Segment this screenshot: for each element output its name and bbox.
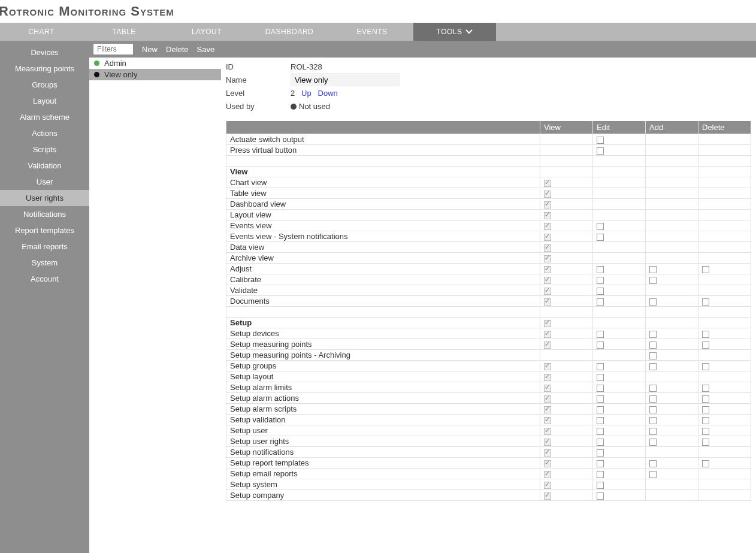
checkbox-delete[interactable]: [702, 331, 709, 338]
checkbox-edit[interactable]: [597, 342, 604, 349]
checkbox-add[interactable]: [649, 342, 657, 349]
checkbox-view: [544, 320, 551, 327]
sidebar-item-devices[interactable]: Devices: [0, 44, 89, 61]
checkbox-add[interactable]: [649, 428, 657, 435]
checkbox-delete[interactable]: [702, 417, 709, 424]
checkbox-add[interactable]: [649, 363, 657, 370]
checkbox-edit[interactable]: [597, 137, 604, 144]
level-down-link[interactable]: Down: [318, 89, 338, 98]
checkbox-view: [544, 385, 551, 392]
checkbox-edit[interactable]: [597, 492, 604, 500]
sidebar-item-notifications[interactable]: Notifications: [0, 206, 89, 222]
checkbox-delete[interactable]: [702, 385, 709, 392]
checkbox-add[interactable]: [649, 352, 657, 359]
checkbox-edit[interactable]: [597, 374, 604, 381]
checkbox-delete[interactable]: [702, 428, 709, 435]
sidebar-item-layout[interactable]: Layout: [0, 93, 89, 109]
checkbox-edit[interactable]: [597, 395, 604, 403]
checkbox-add[interactable]: [649, 385, 657, 392]
permission-label: Setup email reports: [226, 469, 540, 479]
checkbox-add[interactable]: [649, 471, 657, 478]
checkbox-add[interactable]: [649, 417, 657, 424]
sidebar-item-groups[interactable]: Groups: [0, 77, 89, 93]
new-button[interactable]: New: [142, 45, 158, 54]
delete-button[interactable]: Delete: [166, 45, 189, 54]
table-row: Adjust: [226, 264, 751, 274]
checkbox-delete[interactable]: [702, 439, 709, 446]
checkbox-view: [544, 460, 551, 467]
table-row: Dashboard view: [226, 199, 751, 210]
filters-input[interactable]: [93, 43, 134, 55]
status-dot-icon: [94, 72, 99, 77]
checkbox-view: [544, 417, 551, 424]
checkbox-view: [544, 212, 551, 219]
checkbox-edit[interactable]: [597, 331, 604, 338]
checkbox-edit[interactable]: [597, 471, 604, 478]
permission-label: Dashboard view: [226, 199, 540, 210]
table-row: [226, 307, 751, 318]
checkbox-delete[interactable]: [702, 298, 709, 306]
permission-label: Data view: [226, 242, 540, 253]
permission-label: Table view: [226, 188, 540, 199]
checkbox-edit[interactable]: [597, 460, 604, 467]
checkbox-add[interactable]: [649, 395, 657, 403]
checkbox-edit[interactable]: [597, 482, 604, 489]
checkbox-add[interactable]: [649, 266, 657, 273]
checkbox-edit[interactable]: [597, 439, 604, 446]
checkbox-edit[interactable]: [597, 385, 604, 392]
checkbox-delete[interactable]: [702, 395, 709, 403]
topnav-item-events[interactable]: EVENTS: [331, 23, 413, 41]
save-button[interactable]: Save: [197, 45, 215, 54]
topnav-item-layout[interactable]: LAYOUT: [165, 23, 248, 41]
name-input[interactable]: [291, 73, 400, 86]
checkbox-delete[interactable]: [702, 342, 709, 349]
role-item-view-only[interactable]: View only: [89, 69, 221, 80]
sidebar-item-report-templates[interactable]: Report templates: [0, 222, 89, 238]
checkbox-add[interactable]: [649, 406, 657, 413]
checkbox-add[interactable]: [649, 331, 657, 338]
topnav-item-table[interactable]: TABLE: [83, 23, 165, 41]
sidebar: DevicesMeasuring pointsGroupsLayoutAlarm…: [0, 41, 89, 553]
topnav-item-chart[interactable]: CHART: [0, 23, 83, 41]
topnav-item-dashboard[interactable]: DASHBOARD: [248, 23, 331, 41]
sidebar-item-validation[interactable]: Validation: [0, 158, 89, 174]
sidebar-item-actions[interactable]: Actions: [0, 125, 89, 141]
sidebar-item-account[interactable]: Account: [0, 271, 89, 287]
table-row: Data view: [226, 242, 751, 253]
checkbox-edit[interactable]: [597, 298, 604, 306]
sidebar-item-email-reports[interactable]: Email reports: [0, 238, 89, 255]
checkbox-edit[interactable]: [597, 288, 604, 295]
checkbox-delete[interactable]: [702, 266, 709, 273]
topnav-item-tools[interactable]: TOOLS: [413, 23, 496, 41]
details-panel: ID ROL-328 Name Level 2 Up Down U: [221, 58, 756, 553]
checkbox-delete[interactable]: [702, 363, 709, 370]
checkbox-edit[interactable]: [597, 449, 604, 457]
checkbox-edit[interactable]: [597, 406, 604, 413]
role-item-admin[interactable]: Admin: [89, 58, 221, 69]
checkbox-edit[interactable]: [597, 234, 604, 241]
checkbox-edit[interactable]: [597, 277, 604, 284]
permission-label: Setup validation: [226, 415, 540, 425]
checkbox-add[interactable]: [649, 298, 657, 306]
checkbox-edit[interactable]: [597, 266, 604, 273]
checkbox-edit[interactable]: [597, 147, 604, 155]
permission-label: Setup alarm actions: [226, 393, 540, 404]
table-row: Press virtual button: [226, 145, 751, 156]
sidebar-item-system[interactable]: System: [0, 255, 89, 271]
checkbox-add[interactable]: [649, 460, 657, 467]
status-dot-icon: [94, 61, 99, 66]
sidebar-item-user[interactable]: User: [0, 174, 89, 190]
level-up-link[interactable]: Up: [301, 89, 312, 98]
sidebar-item-scripts[interactable]: Scripts: [0, 141, 89, 158]
checkbox-edit[interactable]: [597, 428, 604, 435]
checkbox-delete[interactable]: [702, 406, 709, 413]
checkbox-delete[interactable]: [702, 460, 709, 467]
checkbox-edit[interactable]: [597, 223, 604, 230]
checkbox-add[interactable]: [649, 439, 657, 446]
sidebar-item-alarm-scheme[interactable]: Alarm scheme: [0, 109, 89, 125]
checkbox-edit[interactable]: [597, 363, 604, 370]
sidebar-item-user-rights[interactable]: User rights: [0, 190, 89, 206]
checkbox-edit[interactable]: [597, 417, 604, 424]
sidebar-item-measuring-points[interactable]: Measuring points: [0, 61, 89, 77]
checkbox-add[interactable]: [649, 277, 657, 284]
